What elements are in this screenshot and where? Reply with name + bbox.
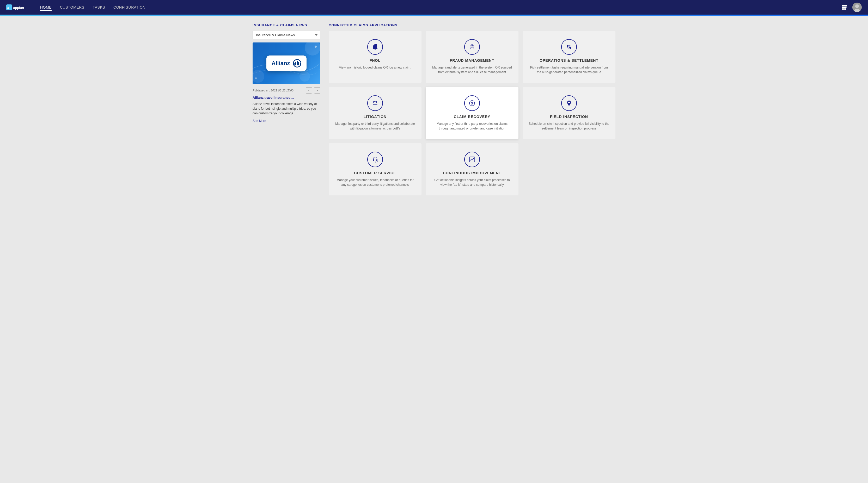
svg-point-12 xyxy=(855,4,859,8)
field-inspection-title: FIELD INSPECTION xyxy=(550,115,588,119)
news-section-title: INSURANCE & CLAIMS NEWS xyxy=(253,23,320,27)
nav-customers[interactable]: CUSTOMERS xyxy=(60,4,85,10)
svg-text:a: a xyxy=(7,5,9,10)
grid-icon[interactable] xyxy=(842,5,847,10)
nav-configuration[interactable]: CONFIGURATION xyxy=(114,4,146,10)
headset-icon xyxy=(367,152,383,167)
svg-rect-5 xyxy=(846,5,847,6)
field-inspection-description: Schedule on-site inspection and provide … xyxy=(528,121,610,131)
see-more-link[interactable]: See More xyxy=(253,119,266,123)
svg-rect-7 xyxy=(844,7,846,9)
claim-recovery-description: Manage any first or third party recoveri… xyxy=(431,121,513,131)
fnol-description: View any historic logged claims OR log a… xyxy=(339,65,411,70)
app-card-field-inspection[interactable]: FIELD INSPECTION Schedule on-site inspec… xyxy=(523,87,615,139)
operations-description: Pick settlement tasks requiring manual i… xyxy=(528,65,610,74)
fraud-description: Manage fraud alerts generated in the sys… xyxy=(431,65,513,74)
svg-text:$: $ xyxy=(471,102,473,105)
svg-point-16 xyxy=(300,71,310,82)
news-title-link[interactable]: Allianz travel insurance ... xyxy=(253,96,320,99)
customer-service-title: CUSTOMER SERVICE xyxy=(354,171,396,175)
app-card-fraud-management[interactable]: FRAUD MANAGEMENT Manage fraud alerts gen… xyxy=(426,31,519,83)
svg-rect-9 xyxy=(842,9,844,10)
app-card-claim-recovery[interactable]: $ CLAIM RECOVERY Manage any first or thi… xyxy=(426,87,519,139)
chart-icon xyxy=(464,152,480,167)
svg-rect-25 xyxy=(373,104,377,105)
svg-rect-4 xyxy=(844,5,846,6)
nav-home[interactable]: HOME xyxy=(40,4,52,11)
gavel-icon xyxy=(367,95,383,111)
customer-service-description: Manage your customer issues, feedbacks o… xyxy=(334,178,416,187)
exchange-icon xyxy=(561,39,577,55)
svg-point-30 xyxy=(568,102,570,103)
news-dropdown[interactable]: Insurance & Claims News Claims Weekly In… xyxy=(253,31,320,39)
continuous-improvement-description: Get actionable insights across your clai… xyxy=(431,178,513,187)
app-card-operations-settlement[interactable]: OPERATIONS & SETTLEMENT Pick settlement … xyxy=(523,31,615,83)
litigation-description: Manage first party or third party litiga… xyxy=(334,121,416,131)
apps-grid: FNOL View any historic logged claims OR … xyxy=(329,31,615,195)
app-card-fnol[interactable]: FNOL View any historic logged claims OR … xyxy=(329,31,422,83)
navbar: a appian HOME CUSTOMERS TASKS CONFIGURAT… xyxy=(0,0,868,14)
avatar[interactable] xyxy=(852,3,862,12)
svg-rect-6 xyxy=(842,7,844,9)
news-nav: Published at : 2022-08-23 17:00 ‹ › xyxy=(253,87,320,94)
svg-point-20 xyxy=(471,45,473,46)
app-card-litigation[interactable]: LITIGATION Manage first party or third p… xyxy=(329,87,422,139)
news-image: Allianz xyxy=(253,42,320,84)
right-panel: CONNECTED CLAIMS APPLICATIONS FNOL View … xyxy=(329,23,615,195)
svg-point-24 xyxy=(568,46,569,47)
main-content: INSURANCE & CLAIMS NEWS Insurance & Clai… xyxy=(244,16,624,203)
continuous-improvement-title: CONTINUOUS IMPROVEMENT xyxy=(443,171,501,175)
svg-rect-32 xyxy=(376,159,377,161)
news-prev-button[interactable]: ‹ xyxy=(306,87,312,94)
svg-point-18 xyxy=(375,44,377,46)
location-icon xyxy=(561,95,577,111)
left-panel: INSURANCE & CLAIMS NEWS Insurance & Clai… xyxy=(253,23,320,195)
dollar-icon: $ xyxy=(464,95,480,111)
detective-icon xyxy=(464,39,480,55)
apps-section-title: CONNECTED CLAIMS APPLICATIONS xyxy=(329,23,615,27)
svg-rect-26 xyxy=(374,101,377,103)
litigation-title: LITIGATION xyxy=(364,115,386,119)
svg-rect-8 xyxy=(846,7,847,7)
svg-text:appian: appian xyxy=(13,6,24,10)
svg-rect-3 xyxy=(842,5,844,6)
appian-logo[interactable]: a appian xyxy=(6,3,30,11)
svg-point-33 xyxy=(375,162,376,163)
fnol-title: FNOL xyxy=(370,58,380,63)
fraud-title: FRAUD MANAGEMENT xyxy=(450,58,494,63)
svg-rect-10 xyxy=(844,9,846,10)
svg-rect-31 xyxy=(373,159,374,161)
news-description: Allianz travel insurance offers a wide v… xyxy=(253,102,320,116)
news-date: Published at : 2022-08-23 17:00 xyxy=(253,89,304,92)
news-next-button[interactable]: › xyxy=(314,87,320,94)
app-card-customer-service[interactable]: CUSTOMER SERVICE Manage your customer is… xyxy=(329,143,422,195)
claim-recovery-title: CLAIM RECOVERY xyxy=(454,115,490,119)
nav-links: HOME CUSTOMERS TASKS CONFIGURATION xyxy=(40,5,146,10)
svg-rect-34 xyxy=(469,157,475,162)
operations-title: OPERATIONS & SETTLEMENT xyxy=(539,58,598,63)
app-card-continuous-improvement[interactable]: CONTINUOUS IMPROVEMENT Get actionable in… xyxy=(426,143,519,195)
nav-tasks[interactable]: TASKS xyxy=(93,4,105,10)
svg-point-14 xyxy=(305,42,320,56)
bell-icon xyxy=(367,39,383,55)
navbar-right xyxy=(842,3,862,12)
